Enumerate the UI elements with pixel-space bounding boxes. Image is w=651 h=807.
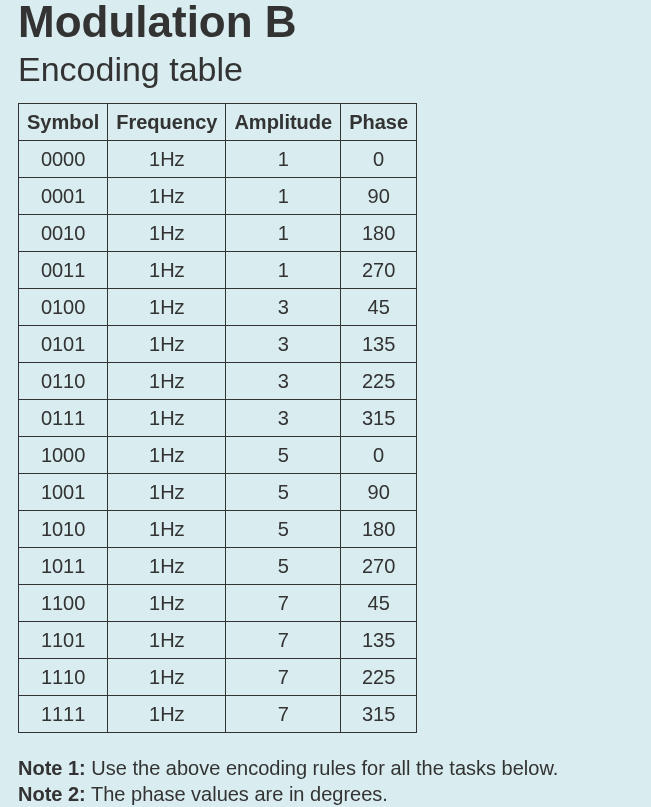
col-header-frequency: Frequency — [108, 104, 226, 141]
cell-frequency: 1Hz — [108, 141, 226, 178]
table-row: 00111Hz1270 — [19, 252, 417, 289]
section-title: Encoding table — [18, 50, 633, 89]
cell-phase: 225 — [341, 659, 417, 696]
table-row: 11101Hz7225 — [19, 659, 417, 696]
table-row: 00011Hz190 — [19, 178, 417, 215]
cell-symbol: 0110 — [19, 363, 108, 400]
cell-symbol: 0111 — [19, 400, 108, 437]
cell-phase: 0 — [341, 141, 417, 178]
cell-phase: 135 — [341, 622, 417, 659]
cell-frequency: 1Hz — [108, 585, 226, 622]
table-row: 00101Hz1180 — [19, 215, 417, 252]
cell-phase: 180 — [341, 215, 417, 252]
table-row: 11011Hz7135 — [19, 622, 417, 659]
notes-block: Note 1: Use the above encoding rules for… — [18, 755, 633, 807]
cell-symbol: 1001 — [19, 474, 108, 511]
page-title: Modulation B — [18, 0, 633, 44]
cell-amplitude: 1 — [226, 178, 341, 215]
note-label: Note 2: — [18, 783, 86, 805]
cell-symbol: 1110 — [19, 659, 108, 696]
cell-amplitude: 7 — [226, 659, 341, 696]
cell-phase: 90 — [341, 474, 417, 511]
cell-frequency: 1Hz — [108, 659, 226, 696]
note-line: Note 2: The phase values are in degrees. — [18, 781, 633, 807]
cell-amplitude: 5 — [226, 437, 341, 474]
col-header-phase: Phase — [341, 104, 417, 141]
cell-frequency: 1Hz — [108, 363, 226, 400]
cell-amplitude: 5 — [226, 548, 341, 585]
cell-amplitude: 3 — [226, 289, 341, 326]
table-row: 00001Hz10 — [19, 141, 417, 178]
cell-symbol: 0100 — [19, 289, 108, 326]
cell-symbol: 0001 — [19, 178, 108, 215]
cell-frequency: 1Hz — [108, 437, 226, 474]
cell-phase: 45 — [341, 585, 417, 622]
cell-amplitude: 1 — [226, 215, 341, 252]
note-text: The phase values are in degrees. — [86, 783, 388, 805]
cell-phase: 270 — [341, 548, 417, 585]
table-row: 01111Hz3315 — [19, 400, 417, 437]
table-row: 01101Hz3225 — [19, 363, 417, 400]
table-row: 11111Hz7315 — [19, 696, 417, 733]
cell-amplitude: 1 — [226, 252, 341, 289]
cell-symbol: 1111 — [19, 696, 108, 733]
table-row: 10011Hz590 — [19, 474, 417, 511]
cell-phase: 0 — [341, 437, 417, 474]
cell-symbol: 1011 — [19, 548, 108, 585]
table-row: 01001Hz345 — [19, 289, 417, 326]
cell-amplitude: 7 — [226, 696, 341, 733]
table-row: 10111Hz5270 — [19, 548, 417, 585]
table-row: 10101Hz5180 — [19, 511, 417, 548]
note-line: Note 1: Use the above encoding rules for… — [18, 755, 633, 781]
cell-symbol: 0101 — [19, 326, 108, 363]
cell-symbol: 1010 — [19, 511, 108, 548]
table-row: 01011Hz3135 — [19, 326, 417, 363]
cell-frequency: 1Hz — [108, 548, 226, 585]
cell-phase: 180 — [341, 511, 417, 548]
cell-phase: 225 — [341, 363, 417, 400]
cell-amplitude: 7 — [226, 585, 341, 622]
cell-frequency: 1Hz — [108, 511, 226, 548]
cell-frequency: 1Hz — [108, 622, 226, 659]
col-header-symbol: Symbol — [19, 104, 108, 141]
cell-frequency: 1Hz — [108, 252, 226, 289]
cell-phase: 315 — [341, 400, 417, 437]
cell-phase: 270 — [341, 252, 417, 289]
cell-amplitude: 3 — [226, 363, 341, 400]
cell-amplitude: 3 — [226, 326, 341, 363]
cell-symbol: 0011 — [19, 252, 108, 289]
cell-frequency: 1Hz — [108, 215, 226, 252]
cell-frequency: 1Hz — [108, 178, 226, 215]
cell-amplitude: 5 — [226, 511, 341, 548]
note-text: Use the above encoding rules for all the… — [86, 757, 559, 779]
cell-frequency: 1Hz — [108, 400, 226, 437]
cell-amplitude: 5 — [226, 474, 341, 511]
cell-amplitude: 1 — [226, 141, 341, 178]
col-header-amplitude: Amplitude — [226, 104, 341, 141]
table-header-row: Symbol Frequency Amplitude Phase — [19, 104, 417, 141]
table-row: 11001Hz745 — [19, 585, 417, 622]
note-label: Note 1: — [18, 757, 86, 779]
cell-frequency: 1Hz — [108, 696, 226, 733]
cell-amplitude: 7 — [226, 622, 341, 659]
cell-symbol: 0000 — [19, 141, 108, 178]
encoding-table: Symbol Frequency Amplitude Phase 00001Hz… — [18, 103, 417, 733]
cell-symbol: 1100 — [19, 585, 108, 622]
cell-phase: 45 — [341, 289, 417, 326]
cell-symbol: 1101 — [19, 622, 108, 659]
cell-frequency: 1Hz — [108, 474, 226, 511]
cell-frequency: 1Hz — [108, 326, 226, 363]
cell-symbol: 1000 — [19, 437, 108, 474]
cell-phase: 135 — [341, 326, 417, 363]
cell-amplitude: 3 — [226, 400, 341, 437]
cell-frequency: 1Hz — [108, 289, 226, 326]
cell-symbol: 0010 — [19, 215, 108, 252]
cell-phase: 90 — [341, 178, 417, 215]
cell-phase: 315 — [341, 696, 417, 733]
table-row: 10001Hz50 — [19, 437, 417, 474]
